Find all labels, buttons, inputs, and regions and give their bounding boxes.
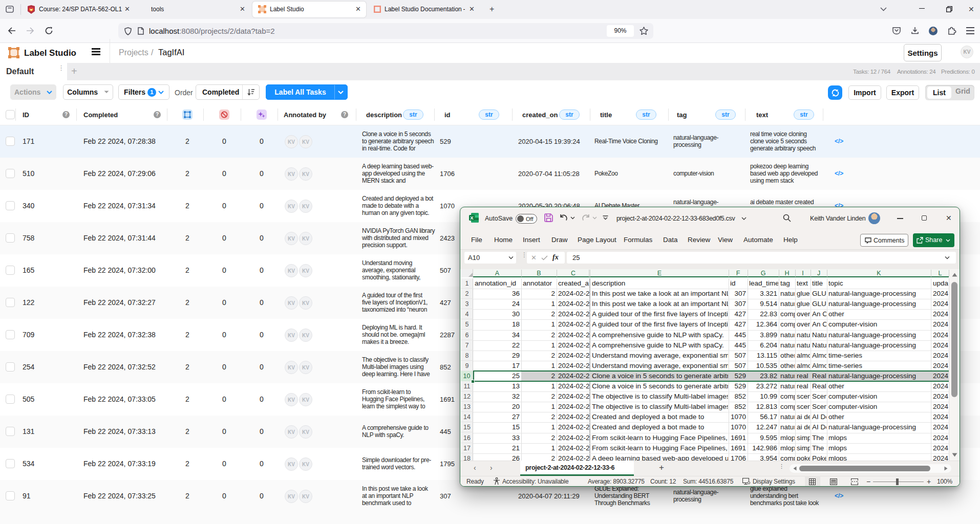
svg-text:X: X	[470, 215, 474, 221]
